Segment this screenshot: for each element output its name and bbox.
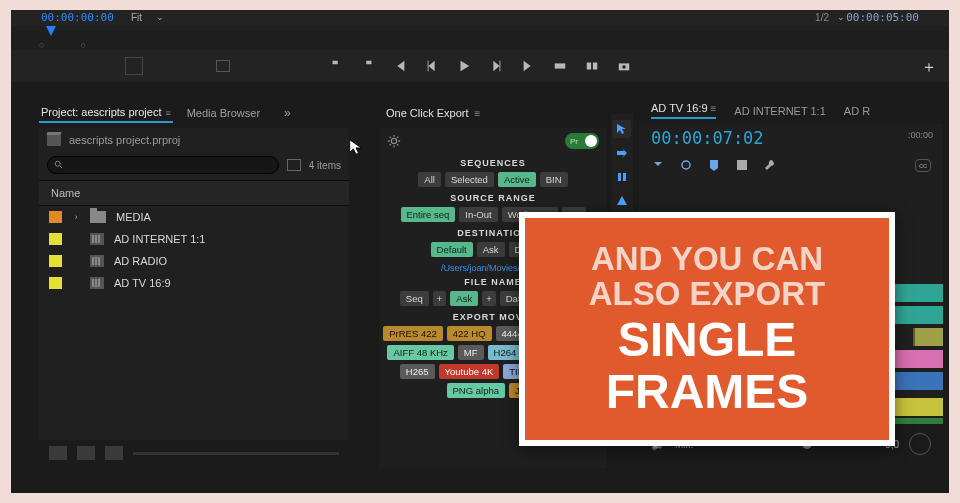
svg-point-4 — [622, 65, 626, 69]
step-back-button[interactable] — [424, 58, 440, 74]
wrench-icon[interactable] — [763, 158, 777, 172]
timeline-clip[interactable] — [913, 328, 943, 346]
monitor-ruler[interactable]: ○○ — [11, 26, 949, 50]
label-color-chip — [49, 233, 62, 245]
svg-rect-7 — [737, 160, 747, 170]
option-pill[interactable]: Entire seq — [401, 207, 456, 222]
option-pill[interactable]: In-Out — [459, 207, 497, 222]
new-bin-icon[interactable] — [287, 159, 301, 171]
project-row[interactable]: AD INTERNET 1:1 — [39, 228, 349, 250]
mix-knob[interactable] — [909, 433, 931, 455]
extract-button[interactable] — [584, 58, 600, 74]
timeline-header-icons: cc — [639, 152, 943, 178]
program-timecode-in[interactable]: 00:00:00:00 — [41, 11, 114, 24]
sequence-icon — [90, 277, 104, 289]
timeline-tab[interactable]: AD TV 16:9 ≡ — [651, 102, 716, 119]
settings-icon[interactable] — [735, 158, 749, 172]
timeline-tab[interactable]: AD R — [844, 105, 870, 117]
oce-section: SEQUENCESAllSelectedActiveBIN — [379, 158, 607, 187]
search-icon — [54, 160, 64, 170]
timeline-tab[interactable]: AD INTERNET 1:1 — [734, 105, 826, 117]
label-color-chip — [49, 211, 62, 223]
panel-menu-icon[interactable]: ≡ — [708, 103, 717, 114]
expand-icon[interactable]: › — [72, 212, 80, 222]
pill-row: AllSelectedActiveBIN — [379, 172, 607, 187]
export-frame-button[interactable] — [616, 58, 632, 74]
option-pill[interactable]: AIFF 48 KHz — [387, 345, 453, 360]
option-pill[interactable]: Default — [431, 242, 473, 257]
mark-out-button[interactable] — [360, 58, 376, 74]
resolution-label[interactable]: 1/2 — [815, 12, 829, 23]
freeform-view-button[interactable] — [105, 446, 123, 460]
track-select-tool[interactable] — [613, 144, 631, 162]
marker-icon[interactable] — [216, 60, 230, 72]
project-row[interactable]: AD RADIO — [39, 250, 349, 272]
transport-bar: ＋ — [11, 50, 949, 82]
zoom-caret-icon[interactable]: ⌄ — [156, 12, 164, 22]
panel-menu-icon[interactable]: ≡ — [475, 108, 481, 119]
option-pill[interactable]: Active — [498, 172, 536, 187]
option-pill[interactable]: PrRES 422 — [383, 326, 443, 341]
icon-view-button[interactable] — [77, 446, 95, 460]
option-pill[interactable]: Ask — [477, 242, 505, 257]
gear-icon[interactable] — [387, 134, 401, 148]
plus-separator: + — [433, 291, 447, 306]
option-pill[interactable]: Selected — [445, 172, 494, 187]
timeline-tabs: AD TV 16:9 ≡AD INTERNET 1:1AD R — [651, 102, 870, 119]
go-to-in-button[interactable] — [392, 58, 408, 74]
tab-one-click-export[interactable]: One Click Export≡ — [386, 102, 480, 124]
mark-in-button[interactable] — [328, 58, 344, 74]
option-pill[interactable]: Ask — [450, 291, 478, 306]
selection-tool[interactable] — [613, 120, 631, 138]
search-input[interactable] — [47, 156, 279, 174]
svg-point-6 — [391, 138, 396, 143]
host-toggle[interactable]: Pr — [565, 133, 599, 149]
play-button[interactable] — [456, 58, 472, 74]
option-pill[interactable]: MF — [458, 345, 484, 360]
option-pill[interactable]: 422 HQ — [447, 326, 492, 341]
option-pill[interactable]: BIN — [540, 172, 568, 187]
section-title: SEQUENCES — [379, 158, 607, 168]
option-pill[interactable]: All — [418, 172, 441, 187]
zoom-slider[interactable] — [133, 452, 339, 455]
overlay-line2b: FRAMES — [606, 368, 809, 416]
marker-panel-icon[interactable] — [707, 158, 721, 172]
project-row[interactable]: AD TV 16:9 — [39, 272, 349, 294]
ripple-tool[interactable] — [613, 168, 631, 186]
option-pill[interactable]: PNG alpha — [447, 383, 505, 398]
option-pill[interactable]: H265 — [400, 364, 435, 379]
button-editor-plus-icon[interactable]: ＋ — [921, 57, 937, 78]
toggle-label: Pr — [570, 137, 578, 146]
tab-project[interactable]: Project: aescripts project≡ — [39, 103, 173, 123]
label-color-chip — [49, 255, 62, 267]
promo-overlay: AND YOU CAN ALSO EXPORT SINGLE FRAMES — [519, 212, 895, 446]
tab-media-browser[interactable]: Media Browser — [185, 104, 262, 122]
timeline-timecode[interactable]: 00:00:07:02 — [651, 128, 764, 148]
overflow-icon[interactable]: » — [284, 106, 291, 120]
project-row[interactable]: ›MEDIA — [39, 206, 349, 228]
program-timecode-out[interactable]: 00:00:05:00 — [846, 11, 919, 24]
option-pill[interactable]: Seq — [400, 291, 429, 306]
column-header-name[interactable]: Name — [39, 180, 349, 206]
option-pill[interactable]: Youtube 4K — [439, 364, 500, 379]
go-to-out-button[interactable] — [520, 58, 536, 74]
lift-button[interactable] — [552, 58, 568, 74]
captions-badge[interactable]: cc — [915, 159, 931, 172]
snap-icon[interactable] — [651, 158, 665, 172]
project-file-row: aescripts project.prproj — [39, 128, 349, 152]
step-forward-button[interactable] — [488, 58, 504, 74]
monitor-topbar: 00:00:00:00 Fit ⌄ 1/2 ⌄ 00:00:05:00 — [11, 10, 949, 26]
playhead-icon[interactable] — [46, 26, 56, 36]
svg-point-5 — [55, 161, 60, 166]
item-count: 4 items — [309, 160, 341, 171]
project-rows: ›MEDIAAD INTERNET 1:1AD RADIOAD TV 16:9 — [39, 206, 349, 294]
add-marker-button[interactable] — [125, 57, 143, 75]
linked-selection-icon[interactable] — [679, 158, 693, 172]
list-view-button[interactable] — [49, 446, 67, 460]
label-color-chip — [49, 277, 62, 289]
toggle-knob — [585, 135, 597, 147]
zoom-fit-label[interactable]: Fit — [131, 12, 142, 23]
razor-tool[interactable] — [613, 192, 631, 210]
resolution-caret-icon[interactable]: ⌄ — [837, 12, 845, 22]
section-title: SOURCE RANGE — [379, 193, 607, 203]
